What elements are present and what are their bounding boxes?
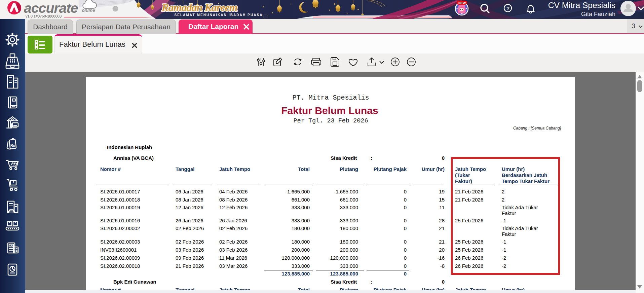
- svg-text:accurate: accurate: [24, 0, 78, 16]
- svg-text:NEW: NEW: [458, 1, 466, 5]
- svg-text:online: online: [82, 8, 95, 13]
- svg-text:Rp: Rp: [10, 143, 15, 147]
- svg-text:Ramadan Kareem: Ramadan Kareem: [161, 1, 237, 13]
- svg-text:SELAMAT MENUNAIKAN IBADAH PUAS: SELAMAT MENUNAIKAN IBADAH PUASA: [174, 13, 263, 17]
- svg-text:TAX: TAX: [9, 245, 14, 247]
